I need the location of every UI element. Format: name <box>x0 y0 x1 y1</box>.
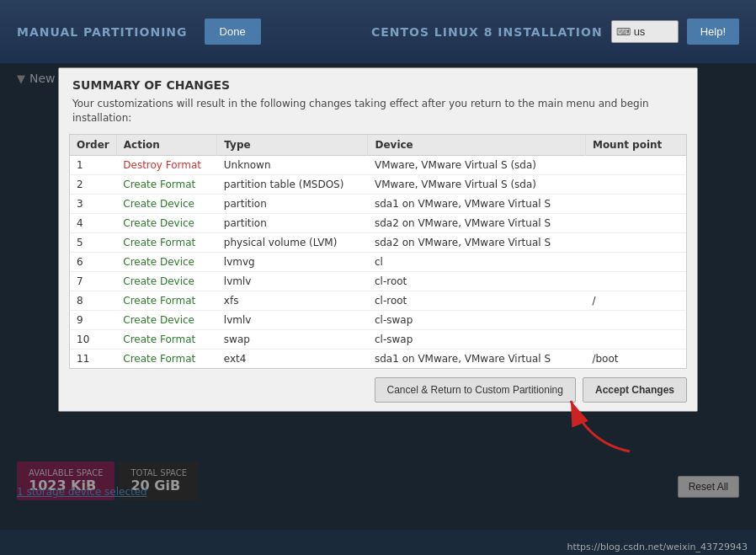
cell-action: Create Format <box>116 349 217 368</box>
col-header-type: Type <box>217 135 368 156</box>
cell-device: VMware, VMware Virtual S (sda) <box>368 155 585 174</box>
cell-order: 4 <box>70 213 116 232</box>
table-row: 11Create Formatext4sda1 on VMware, VMwar… <box>70 349 686 368</box>
cell-mount: /boot <box>585 349 686 368</box>
url-text: https://blog.csdn.net/weixin_43729943 <box>567 542 748 552</box>
cell-device: cl-swap <box>368 310 585 329</box>
cell-device: cl-swap <box>368 329 585 349</box>
cell-mount <box>585 329 686 349</box>
cell-type: physical volume (LVM) <box>217 232 368 252</box>
cell-type: lvmvg <box>217 252 368 271</box>
cell-action: Create Format <box>116 291 217 310</box>
table-row: 8Create Formatxfscl-root/ <box>70 291 686 310</box>
cell-mount <box>585 310 686 329</box>
modal-overlay: SUMMARY OF CHANGES Your customizations w… <box>0 63 756 530</box>
cell-type: lvmlv <box>217 310 368 329</box>
table-body: 1Destroy FormatUnknownVMware, VMware Vir… <box>70 155 686 368</box>
cell-order: 10 <box>70 329 116 349</box>
cell-type: partition <box>217 194 368 213</box>
cell-action: Create Format <box>116 232 217 252</box>
cell-action: Create Device <box>116 213 217 232</box>
cell-action: Create Device <box>116 252 217 271</box>
table-row: 3Create Devicepartitionsda1 on VMware, V… <box>70 194 686 213</box>
cell-order: 5 <box>70 232 116 252</box>
app-title: MANUAL PARTITIONING <box>17 25 188 39</box>
url-bar: https://blog.csdn.net/weixin_43729943 <box>0 538 756 555</box>
cell-device: sda1 on VMware, VMware Virtual S <box>368 349 585 368</box>
table-row: 10Create Formatswapcl-swap <box>70 329 686 349</box>
cell-mount <box>585 213 686 232</box>
cell-type: lvmlv <box>217 271 368 291</box>
col-header-action: Action <box>116 135 217 156</box>
cell-mount <box>585 232 686 252</box>
main-content: ▼ New CentOS Linux 8 Installation cl-roo… <box>0 63 756 530</box>
keyboard-icon: ⌨ <box>616 26 631 38</box>
cell-order: 3 <box>70 194 116 213</box>
col-header-device: Device <box>368 135 585 156</box>
col-header-order: Order <box>70 135 116 156</box>
cell-mount <box>585 155 686 174</box>
cell-mount <box>585 174 686 194</box>
cell-mount: / <box>585 291 686 310</box>
cell-action: Create Device <box>116 310 217 329</box>
table-row: 5Create Formatphysical volume (LVM)sda2 … <box>70 232 686 252</box>
cell-order: 7 <box>70 271 116 291</box>
cell-type: Unknown <box>217 155 368 174</box>
table-row: 7Create Devicelvmlvcl-root <box>70 271 686 291</box>
cell-action: Create Format <box>116 174 217 194</box>
col-header-mount: Mount point <box>585 135 686 156</box>
table-row: 2Create Formatpartition table (MSDOS)VMw… <box>70 174 686 194</box>
summary-modal: SUMMARY OF CHANGES Your customizations w… <box>58 67 698 412</box>
modal-subtitle: Your customizations will result in the f… <box>59 97 697 134</box>
cancel-button[interactable]: Cancel & Return to Custom Partitioning <box>375 377 576 403</box>
table-row: 1Destroy FormatUnknownVMware, VMware Vir… <box>70 155 686 174</box>
cell-device: cl <box>368 252 585 271</box>
cell-order: 8 <box>70 291 116 310</box>
install-title: CENTOS LINUX 8 INSTALLATION <box>371 25 603 39</box>
top-bar-left: MANUAL PARTITIONING Done <box>17 19 261 45</box>
top-bar: MANUAL PARTITIONING Done CENTOS LINUX 8 … <box>0 0 756 63</box>
modal-title: SUMMARY OF CHANGES <box>59 68 697 97</box>
table-header-row: Order Action Type Device Mount point <box>70 135 686 156</box>
cell-device: VMware, VMware Virtual S (sda) <box>368 174 585 194</box>
top-bar-right: CENTOS LINUX 8 INSTALLATION ⌨ Help! <box>371 19 739 45</box>
cell-action: Destroy Format <box>116 155 217 174</box>
table-row: 9Create Devicelvmlvcl-swap <box>70 310 686 329</box>
cell-action: Create Format <box>116 329 217 349</box>
accept-changes-button[interactable]: Accept Changes <box>583 377 687 403</box>
cell-device: sda2 on VMware, VMware Virtual S <box>368 213 585 232</box>
modal-footer: Cancel & Return to Custom Partitioning A… <box>59 369 697 411</box>
cell-type: swap <box>217 329 368 349</box>
changes-table-wrapper: Order Action Type Device Mount point 1De… <box>69 134 687 369</box>
cell-mount <box>585 252 686 271</box>
cell-type: partition table (MSDOS) <box>217 174 368 194</box>
cell-action: Create Device <box>116 194 217 213</box>
cell-device: cl-root <box>368 271 585 291</box>
keyboard-wrapper: ⌨ <box>611 20 679 43</box>
cell-device: sda2 on VMware, VMware Virtual S <box>368 232 585 252</box>
cell-device: cl-root <box>368 291 585 310</box>
help-button[interactable]: Help! <box>687 19 739 45</box>
cell-order: 9 <box>70 310 116 329</box>
changes-table: Order Action Type Device Mount point 1De… <box>70 135 686 368</box>
cell-order: 2 <box>70 174 116 194</box>
cell-order: 6 <box>70 252 116 271</box>
cell-type: partition <box>217 213 368 232</box>
table-row: 6Create Devicelvmvgcl <box>70 252 686 271</box>
cell-order: 1 <box>70 155 116 174</box>
cell-type: xfs <box>217 291 368 310</box>
cell-order: 11 <box>70 349 116 368</box>
cell-type: ext4 <box>217 349 368 368</box>
cell-device: sda1 on VMware, VMware Virtual S <box>368 194 585 213</box>
table-row: 4Create Devicepartitionsda2 on VMware, V… <box>70 213 686 232</box>
cell-mount <box>585 194 686 213</box>
cell-mount <box>585 271 686 291</box>
cell-action: Create Device <box>116 271 217 291</box>
done-button[interactable]: Done <box>205 19 261 45</box>
